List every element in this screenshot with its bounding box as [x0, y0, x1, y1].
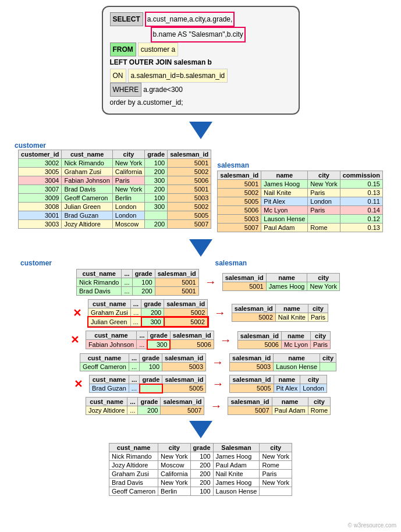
sql-box: SELECT a.cust_name,a.city,a.grade, b.nam… [102, 6, 300, 115]
table-row: Geoff Cameron Berlin 100 Lauson Hense [109, 487, 292, 495]
join-steps: X cust_name ... grade salesman_id Nick R… [3, 269, 398, 418]
table-row: 5005 Pit Alex London 0.11 [218, 197, 383, 205]
table-row: 5002 Nail Knite Paris 0.13 [218, 188, 383, 197]
table-row: Nick Rimando ... 100 5001 [77, 278, 199, 286]
where-kw: WHERE [110, 83, 142, 97]
salesman-table: salesman_id name city commission 5001 Ja… [217, 171, 383, 232]
table-row: 5005 Pit Alex London [230, 384, 327, 393]
step-row-5: ✕ cust_name ... grade salesman_id Brad G… [3, 375, 398, 393]
result-section: cust_name city grade Salesman city Nick … [109, 443, 292, 496]
table-row: 5001 James Hoog New York 0.15 [218, 179, 383, 188]
table-row: 5007 Paul Adam Rome 0.13 [218, 223, 383, 232]
step-row-6: X cust_name ... grade salesman_id Jozy A… [3, 397, 398, 415]
main-container: SELECT a.cust_name,a.city,a.grade, b.nam… [0, 0, 401, 502]
table-row: Nick Rimando New York 100 James Hoog New… [109, 452, 292, 460]
on-highlight: ON [110, 69, 126, 83]
top-tables: customer_id cust_name city grade salesma… [3, 150, 398, 232]
table-row: Brad Davis ... 200 5001 [77, 286, 199, 295]
step-right-3: salesman_id name city 5006 Mc Lyon Paris [237, 331, 331, 349]
step-row-3: ✕ cust_name ... grade salesman_id Fabian… [3, 331, 398, 350]
table-row: Jozy Altidore Moscow 200 Paul Adam Rome [109, 460, 292, 469]
arrow-right-5: → [212, 377, 223, 391]
watermark: © w3resource.com [347, 522, 396, 529]
step-left-4: cust_name ... grade salesman_id Geoff Ca… [80, 353, 206, 371]
step-row-2: ✕ cust_name ... grade salesman_id Graham… [3, 299, 398, 327]
join-line: LEFT OUTER JOIN salesman b [110, 56, 212, 68]
step-left-2: cust_name ... grade salesman_id Graham Z… [88, 299, 208, 327]
table-row: 3004 Fabian Johnson Paris 300 5006 [19, 176, 211, 185]
order-line: order by a.customer_id; [110, 97, 183, 108]
arrow-down-1 [189, 122, 212, 139]
th-cname: cust_name [62, 150, 112, 158]
table-row: 5006 Mc Lyon Paris 0.14 [218, 205, 383, 214]
table-row: Geoff Cameron ... 100 5003 [80, 362, 205, 371]
th-grade: grade [145, 150, 168, 158]
on-rest: a.salesman_id=b.salesman_id [128, 69, 228, 83]
table-row: 3007 Brad Davis New York 200 5001 [19, 185, 211, 193]
from-rest: customer a [138, 42, 178, 56]
col-highlight: a.cust_name,a.city,a.grade, [145, 12, 235, 27]
arrow-right-2: → [214, 306, 226, 320]
arrow-right-1: → [205, 275, 217, 289]
table-row: 5001 James Hoog New York [222, 282, 339, 291]
table-row: 5006 Mc Lyon Paris [237, 340, 330, 349]
col-highlight2: b.name AS "Salesman",b.city [151, 27, 246, 42]
step-right-6: salesman_id name city 5007 Paul Adam Rom… [228, 397, 331, 415]
table-row: Brad Davis New York 200 James Hoog New Y… [109, 478, 292, 487]
table-row: Brad Guzan ... 5005 [90, 384, 206, 393]
step-right-4: salesman_id name city 5003 Lauson Hense [229, 353, 336, 371]
customer-table-section: customer_id cust_name city grade salesma… [18, 150, 211, 229]
step-right-1: salesman_id name city 5001 James Hoog Ne… [222, 273, 340, 291]
table-row: 5003 Lauson Hense [230, 362, 336, 371]
table-row: Jozy Altidore ... 200 5007 [86, 406, 204, 414]
step-left-6: cust_name ... grade salesman_id Jozy Alt… [86, 397, 205, 415]
step-right-5: salesman_id name city 5005 Pit Alex Lond… [229, 375, 327, 393]
table-row: 3002 Nick Rimando New York 100 5001 [19, 158, 211, 167]
table-row: 3001 Brad Guzan London 5005 [19, 211, 211, 219]
step-left-5: cust_name ... grade salesman_id Brad Guz… [89, 375, 206, 393]
customer-label-mid: customer [20, 259, 204, 267]
customer-label-top: customer [15, 141, 46, 150]
step-row-4: X cust_name ... grade salesman_id Geoff … [3, 353, 398, 371]
where-rest: a.grade<300 [143, 84, 183, 95]
arrow-right-3: → [220, 334, 232, 347]
arrow-down-2 [189, 239, 212, 257]
th-city: city [112, 150, 144, 158]
salesman-label-top: salesman [217, 161, 249, 169]
arrow-right-6: → [210, 399, 222, 413]
table-row: 5007 Paul Adam Rome [228, 406, 331, 414]
table-row: 5003 Lauson Hense 0.12 [218, 214, 383, 223]
kw-select: SELECT [110, 12, 143, 26]
salesman-table-section: salesman salesman_id name city commissio… [217, 161, 383, 232]
customer-table: customer_id cust_name city grade salesma… [18, 150, 211, 229]
table-row: Graham Zusi California 200 Nail Knite Pa… [109, 469, 292, 478]
table-row: 3003 Jozy Altidore Moscow 200 5007 [19, 219, 211, 228]
salesman-label-mid: salesman [215, 259, 399, 267]
table-row: 3008 Julian Green London 300 5002 [19, 202, 211, 211]
result-table: cust_name city grade Salesman city Nick … [109, 443, 292, 496]
arrow-right-4: → [212, 356, 223, 369]
table-row: 5002 Nail Knite Paris [232, 313, 328, 322]
table-row: Graham Zusi ... 200 5002 [88, 308, 208, 317]
arrow-down-3 [189, 421, 212, 438]
step-right-2: salesman_id name city 5002 Nail Knite Pa… [232, 304, 328, 322]
kw-from: FROM [110, 42, 136, 56]
table-row: Julian Green ... 300 5002 [88, 317, 208, 327]
step-left-3: cust_name ... grade salesman_id Fabian J… [86, 331, 214, 350]
table-row: 3009 Geoff Cameron Berlin 100 5003 [19, 193, 211, 202]
table-row: 3005 Graham Zusi California 200 5002 [19, 167, 211, 176]
step-row-1: X cust_name ... grade salesman_id Nick R… [3, 269, 398, 296]
step-left-1: cust_name ... grade salesman_id Nick Rim… [76, 269, 199, 296]
table-row: Fabian Johnson ... 300 5006 [86, 340, 214, 349]
th-cid: customer_id [19, 150, 62, 158]
th-sid: salesman_id [168, 150, 211, 158]
